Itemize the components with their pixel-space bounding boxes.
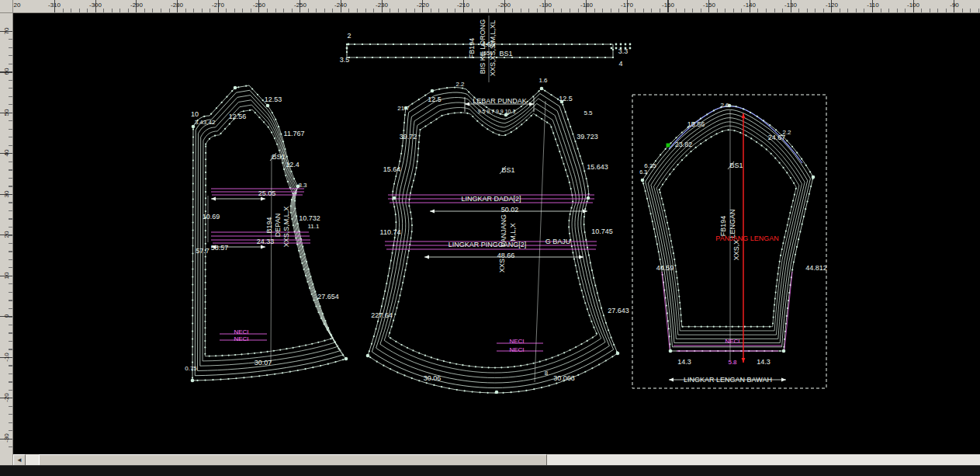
grading-point	[677, 283, 678, 285]
grading-point	[588, 254, 590, 255]
grading-point	[670, 142, 671, 144]
pattern-node[interactable]	[366, 354, 370, 358]
pattern-node[interactable]	[404, 106, 408, 110]
pattern-node[interactable]	[393, 196, 397, 200]
pattern-node[interactable]	[234, 86, 237, 90]
pattern-node[interactable]	[782, 349, 786, 353]
grading-point	[205, 255, 206, 257]
grading-point	[192, 346, 193, 347]
grading-point	[602, 43, 604, 45]
grading-point	[733, 130, 735, 131]
pattern-node[interactable]	[266, 104, 270, 108]
grading-point	[285, 175, 286, 176]
grading-point	[204, 340, 206, 342]
grading-point	[462, 364, 463, 366]
grading-point	[294, 200, 296, 201]
grading-point	[454, 86, 455, 88]
pattern-node[interactable]	[641, 179, 645, 182]
grading-point	[411, 377, 413, 379]
point-marker[interactable]	[667, 144, 670, 148]
pattern-piece-band[interactable]	[347, 44, 613, 57]
grading-point	[728, 129, 729, 130]
grading-point	[700, 143, 701, 144]
grading-point	[282, 372, 283, 374]
grading-point	[587, 186, 589, 187]
grading-point	[576, 271, 577, 273]
scroll-left-icon: ◄	[16, 457, 23, 464]
grading-point	[226, 96, 227, 97]
grading-point	[666, 179, 667, 180]
grading-point	[447, 113, 448, 115]
grading-point	[317, 342, 319, 343]
grading-point	[500, 367, 502, 368]
pattern-grade-line	[656, 126, 799, 331]
grading-point	[786, 315, 788, 317]
pattern-node[interactable]	[191, 379, 195, 383]
pattern-node[interactable]	[728, 104, 732, 108]
pattern-node[interactable]	[495, 391, 499, 394]
grading-point	[518, 391, 519, 392]
pattern-node[interactable]	[669, 349, 673, 353]
grading-point	[304, 368, 306, 370]
grading-point	[464, 390, 466, 391]
grading-point	[715, 133, 717, 134]
pattern-node[interactable]	[345, 357, 348, 361]
grading-point	[667, 222, 668, 224]
ruler-label: -90	[950, 2, 959, 9]
grading-point	[550, 126, 552, 127]
drawing-canvas[interactable]: 23.54.65(65)3.34FB194BIS KE LORONGXXS,XS…	[0, 0, 980, 476]
grading-point	[673, 169, 674, 170]
grading-point	[280, 156, 282, 158]
grading-point	[447, 43, 448, 45]
pattern-node[interactable]	[812, 175, 816, 179]
grading-point	[212, 379, 213, 380]
grading-point	[274, 137, 275, 139]
grading-point	[290, 212, 292, 214]
grading-point	[475, 366, 476, 367]
grading-point	[204, 353, 206, 355]
grading-point	[520, 365, 521, 367]
grading-point	[291, 218, 293, 220]
pattern-node[interactable]	[616, 352, 620, 356]
grading-point	[552, 132, 554, 134]
pattern-node[interactable]	[296, 185, 300, 189]
grading-point	[659, 259, 660, 260]
pattern-node[interactable]	[192, 125, 196, 129]
grading-point	[568, 220, 570, 221]
grading-point	[455, 43, 456, 45]
grading-point	[470, 43, 472, 45]
scrollbar-thumb[interactable]	[39, 454, 547, 466]
pattern-node[interactable]	[504, 113, 508, 117]
grading-point	[782, 167, 784, 169]
grading-point	[652, 221, 653, 222]
grading-point	[203, 116, 205, 117]
pattern-node[interactable]	[431, 89, 435, 93]
grading-point	[798, 238, 799, 240]
pattern-grade-line	[203, 105, 336, 361]
grading-point	[192, 136, 194, 137]
grading-point	[330, 334, 331, 335]
grading-point	[769, 124, 770, 126]
grading-point	[806, 200, 808, 202]
grading-point	[682, 326, 684, 328]
grading-point	[204, 307, 206, 309]
grading-point	[410, 211, 411, 213]
pattern-drawing	[0, 0, 980, 476]
grading-point	[763, 326, 764, 328]
pattern-node[interactable]	[560, 100, 564, 104]
ruler-label: -10	[3, 353, 10, 362]
scrollbar-track[interactable]	[26, 454, 980, 466]
pattern-grade-line	[380, 102, 605, 378]
pattern-node[interactable]	[587, 196, 590, 200]
pattern-node[interactable]	[540, 87, 544, 91]
pattern-piece-back-bodice[interactable]	[192, 85, 346, 380]
grading-point	[587, 340, 588, 342]
grading-point	[309, 287, 310, 289]
grading-point	[739, 132, 741, 134]
scroll-left-button[interactable]: ◄	[13, 454, 26, 466]
grading-point	[517, 43, 518, 45]
grading-point	[472, 116, 473, 117]
grading-point	[192, 221, 194, 223]
grading-point	[301, 262, 303, 264]
grading-point	[205, 197, 206, 199]
